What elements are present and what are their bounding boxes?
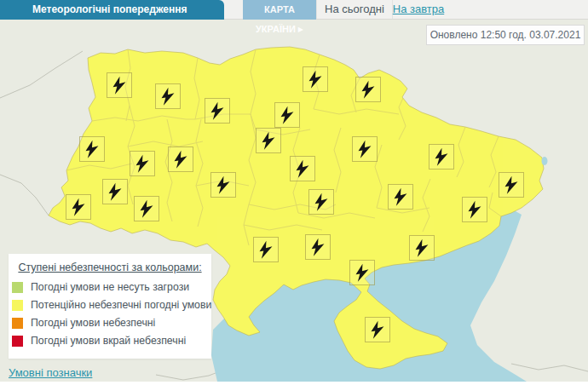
map-bottom-margin bbox=[0, 382, 588, 385]
lightning-bolt-icon bbox=[410, 236, 434, 260]
legend-title: Ступені небезпечності за кольорами: bbox=[15, 261, 205, 273]
lightning-bolt-icon bbox=[103, 180, 127, 204]
thunderstorm-warning-marker[interactable] bbox=[365, 317, 390, 342]
lightning-bolt-icon bbox=[353, 137, 377, 161]
lightning-bolt-icon bbox=[275, 103, 299, 127]
lightning-bolt-icon bbox=[211, 173, 235, 197]
lightning-bolt-icon bbox=[356, 78, 380, 101]
legend-swatch-orange bbox=[12, 318, 23, 329]
lightning-bolt-icon bbox=[389, 185, 412, 209]
map-of-ukraine-button[interactable]: КАРТА УКРАЇНИ▶ bbox=[243, 0, 316, 20]
updated-timestamp: Оновлено 12:50 год. 03.07.2021 bbox=[426, 25, 585, 45]
thunderstorm-warning-marker[interactable] bbox=[155, 83, 181, 109]
thunderstorm-warning-marker[interactable] bbox=[107, 72, 132, 98]
map-symbols-link[interactable]: Умовні позначки bbox=[9, 366, 92, 379]
legend-swatch-green bbox=[12, 282, 23, 293]
legend-item-dangerous: Погодні умови небезпечні bbox=[12, 315, 211, 333]
header-tab-bar: Метеорологічні попередження КАРТА УКРАЇН… bbox=[0, 0, 588, 20]
lightning-bolt-icon bbox=[499, 173, 523, 197]
thunderstorm-warning-marker[interactable] bbox=[355, 77, 381, 102]
thunderstorm-warning-marker[interactable] bbox=[305, 234, 331, 260]
chevron-right-icon: ▶ bbox=[298, 26, 303, 33]
thunderstorm-warning-marker[interactable] bbox=[308, 189, 334, 215]
thunderstorm-warning-marker[interactable] bbox=[79, 136, 105, 162]
legend-swatch-yellow bbox=[12, 300, 23, 311]
thunderstorm-warning-marker[interactable] bbox=[66, 194, 91, 220]
tab-today[interactable]: На сьогодні bbox=[316, 0, 393, 19]
thunderstorm-warning-marker[interactable] bbox=[253, 237, 279, 262]
legend-item-safe: Погодні умови не несуть загрози bbox=[12, 279, 211, 297]
thunderstorm-warning-marker[interactable] bbox=[462, 197, 487, 222]
thunderstorm-warning-marker[interactable] bbox=[205, 98, 230, 124]
lightning-bolt-icon bbox=[130, 152, 154, 175]
thunderstorm-warning-marker[interactable] bbox=[168, 147, 193, 172]
lightning-bolt-icon bbox=[309, 190, 333, 214]
lightning-bolt-icon bbox=[169, 147, 193, 171]
lightning-bolt-icon bbox=[66, 195, 90, 219]
map-area: Оновлено 12:50 год. 03.07.2021 Ступені н… bbox=[0, 0, 588, 385]
lightning-bolt-icon bbox=[257, 129, 280, 152]
legend-swatch-red bbox=[12, 336, 23, 347]
thunderstorm-warning-marker[interactable] bbox=[130, 151, 155, 176]
lightning-bolt-icon bbox=[303, 67, 327, 91]
thunderstorm-warning-marker[interactable] bbox=[134, 196, 159, 221]
reservoir bbox=[542, 157, 548, 165]
thunderstorm-warning-marker[interactable] bbox=[303, 66, 328, 92]
lightning-bolt-icon bbox=[463, 198, 487, 221]
legend-item-extremely-dangerous: Погодні умови вкрай небезпечні bbox=[12, 333, 211, 351]
lightning-bolt-icon bbox=[107, 73, 131, 97]
tab-meteo-warnings[interactable]: Метеорологічні попередження bbox=[0, 0, 224, 20]
thunderstorm-warning-marker[interactable] bbox=[429, 144, 454, 170]
lightning-bolt-icon bbox=[254, 238, 278, 261]
lightning-bolt-icon bbox=[366, 318, 389, 342]
thunderstorm-warning-marker[interactable] bbox=[256, 128, 281, 153]
thunderstorm-warning-marker[interactable] bbox=[290, 156, 315, 181]
thunderstorm-warning-marker[interactable] bbox=[102, 179, 128, 204]
lightning-bolt-icon bbox=[135, 197, 159, 221]
lightning-bolt-icon bbox=[205, 99, 229, 123]
danger-level-legend: Ступені небезпечності за кольорами: Пого… bbox=[9, 254, 211, 359]
thunderstorm-warning-marker[interactable] bbox=[349, 260, 375, 285]
lightning-bolt-icon bbox=[429, 145, 453, 169]
thunderstorm-warning-marker[interactable] bbox=[499, 172, 524, 198]
legend-item-potentially-dangerous: Потенційно небезпечні погодні умови bbox=[12, 297, 211, 315]
lightning-bolt-icon bbox=[350, 261, 374, 284]
thunderstorm-warning-marker[interactable] bbox=[388, 184, 413, 210]
tab-tomorrow[interactable]: На завтра bbox=[392, 0, 445, 19]
lightning-bolt-icon bbox=[291, 157, 314, 181]
lightning-bolt-icon bbox=[306, 235, 330, 259]
meteo-warning-page: Оновлено 12:50 год. 03.07.2021 Ступені н… bbox=[0, 0, 588, 385]
lightning-bolt-icon bbox=[80, 137, 104, 161]
thunderstorm-warning-marker[interactable] bbox=[352, 136, 378, 162]
lightning-bolt-icon bbox=[156, 84, 180, 108]
thunderstorm-warning-marker[interactable] bbox=[210, 172, 236, 198]
thunderstorm-warning-marker[interactable] bbox=[409, 235, 435, 261]
thunderstorm-warning-marker[interactable] bbox=[274, 102, 300, 128]
